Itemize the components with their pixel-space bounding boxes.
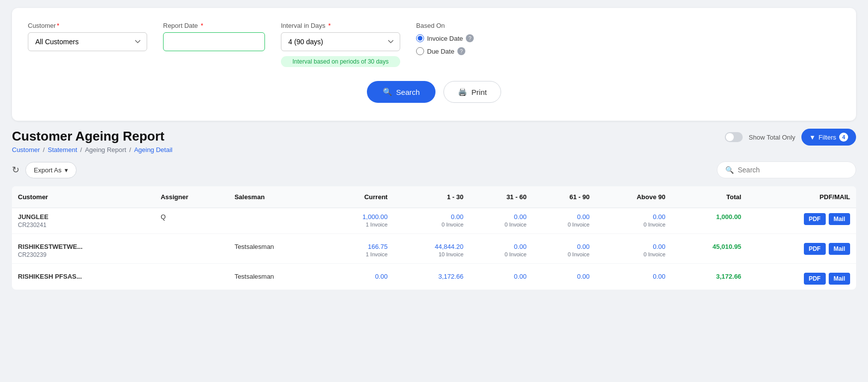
cell-above-90-1: 0.00 0 Invoice (596, 234, 672, 264)
total-amount-2: 3,172.66 (678, 273, 742, 280)
print-button[interactable]: 🖨️ Print (443, 81, 501, 103)
show-total-label: Show Total Only (749, 134, 795, 141)
interval-filter-group: Interval in Days * 4 (90 days) Interval … (281, 22, 400, 67)
customer-code-0: CR230241 (18, 222, 149, 229)
above-90-amount-2: 0.00 (602, 273, 666, 280)
total-amount-1: 45,010.95 (678, 243, 742, 250)
filters-button[interactable]: ▼ Filters 4 (801, 129, 856, 146)
cell-current-1: 166.75 1 Invoice (325, 234, 394, 264)
cell-total-1: 45,010.95 (672, 234, 748, 264)
61-90-amount-1: 0.00 (538, 243, 590, 250)
customer-filter-group: Customer* All Customers (28, 22, 147, 51)
cell-assigner-0: Q (155, 208, 228, 234)
above-90-invoice-1: 0 Invoice (602, 251, 666, 257)
customer-name-2: RISHIKESH PFSAS... (18, 273, 149, 280)
31-60-invoice-1: 0 Invoice (475, 251, 526, 257)
31-60-amount-2: 0.00 (475, 273, 526, 280)
cell-customer-0: JUNGLEE CR230241 (12, 208, 155, 234)
current-invoice-1: 1 Invoice (331, 251, 388, 257)
report-title-area: Customer Ageing Report Customer / Statem… (12, 129, 173, 153)
col-total: Total (672, 186, 748, 208)
export-button[interactable]: Export As ▾ (25, 162, 77, 178)
filter-panel: Customer* All Customers Report Date * 05… (12, 8, 856, 121)
above-90-amount-0: 0.00 (602, 213, 666, 221)
table-search-icon: 🔍 (725, 166, 734, 174)
show-total-toggle[interactable] (725, 132, 743, 142)
cell-1-30-2: 3,172.66 (394, 264, 470, 290)
col-61-90: 61 - 90 (532, 186, 596, 208)
filters-count-badge: 4 (839, 133, 848, 142)
above-90-invoice-0: 0 Invoice (602, 222, 666, 228)
col-assigner: Assigner (155, 186, 228, 208)
ageing-table: Customer Assigner Salesman Current 1 - 3… (12, 186, 856, 290)
breadcrumb-customer[interactable]: Customer (12, 146, 40, 153)
breadcrumb-statement[interactable]: Statement (48, 146, 77, 153)
1-30-amount-0: 0.00 (400, 213, 464, 221)
mail-button-0[interactable]: Mail (829, 213, 850, 225)
print-icon: 🖨️ (458, 87, 467, 96)
breadcrumb: Customer / Statement / Ageing Report / A… (12, 146, 173, 153)
report-title: Customer Ageing Report (12, 129, 173, 144)
cell-total-2: 3,172.66 (672, 264, 748, 290)
cell-customer-1: RISHIKESTWETWE... CR230239 (12, 234, 155, 264)
pdf-button-0[interactable]: PDF (804, 213, 826, 225)
cell-assigner-1 (155, 234, 228, 264)
col-1-30: 1 - 30 (394, 186, 470, 208)
customer-name-0: JUNGLEE (18, 213, 149, 221)
interval-select[interactable]: 4 (90 days) (281, 32, 400, 51)
61-90-amount-2: 0.00 (538, 273, 590, 280)
cell-pdf-mail-1: PDF Mail (747, 234, 856, 264)
due-date-help-icon[interactable]: ? (457, 47, 465, 55)
action-row: 🔍 Search 🖨️ Print (28, 81, 840, 103)
pdf-mail-wrap-1: PDF Mail (753, 243, 850, 255)
current-amount-0: 1,000.00 (331, 213, 388, 221)
cell-pdf-mail-2: PDF Mail (747, 264, 856, 290)
due-date-radio[interactable] (416, 47, 424, 55)
invoice-date-help-icon[interactable]: ? (466, 34, 474, 42)
pdf-button-2[interactable]: PDF (804, 273, 826, 285)
cell-customer-2: RISHIKESH PFSAS... (12, 264, 155, 290)
based-on-group: Based On Invoice Date ? Due Date ? (416, 22, 474, 55)
mail-button-2[interactable]: Mail (829, 273, 850, 285)
invoice-date-label: Invoice Date (427, 35, 463, 42)
col-salesman: Salesman (229, 186, 325, 208)
report-date-label: Report Date * (163, 22, 265, 29)
search-icon: 🔍 (383, 87, 392, 96)
filters-btn-label: Filters (819, 134, 836, 141)
invoice-date-radio[interactable] (416, 34, 424, 42)
toolbar-row: ↻ Export As ▾ 🔍 (12, 161, 856, 178)
breadcrumb-sep1: / (43, 146, 45, 153)
pdf-button-1[interactable]: PDF (804, 243, 826, 255)
cell-salesman-1: Testsalesman (229, 234, 325, 264)
table-search-input[interactable] (738, 166, 848, 174)
table-row: RISHIKESTWETWE... CR230239 Testsalesman … (12, 234, 856, 264)
customer-label: Customer* (28, 22, 147, 29)
report-controls: Show Total Only ▼ Filters 4 (725, 129, 856, 146)
breadcrumb-sep2: / (80, 146, 82, 153)
breadcrumb-ageing-detail[interactable]: Ageing Detail (134, 146, 173, 153)
toolbar-left: ↻ Export As ▾ (12, 162, 77, 178)
export-chevron-icon: ▾ (65, 166, 68, 174)
61-90-invoice-0: 0 Invoice (538, 222, 590, 228)
31-60-amount-1: 0.00 (475, 243, 526, 250)
breadcrumb-sep3: / (129, 146, 131, 153)
cell-assigner-2 (155, 264, 228, 290)
current-amount-2: 0.00 (331, 273, 388, 280)
1-30-invoice-1: 10 Invoice (400, 251, 464, 257)
cell-current-2: 0.00 (325, 264, 394, 290)
cell-salesman-0 (229, 208, 325, 234)
1-30-amount-2: 3,172.66 (400, 273, 464, 280)
col-31-60: 31 - 60 (469, 186, 532, 208)
due-date-radio-option: Due Date ? (416, 47, 474, 55)
interval-label: Interval in Days * (281, 22, 400, 29)
table-row: JUNGLEE CR230241 Q 1,000.00 1 Invoice 0.… (12, 208, 856, 234)
31-60-invoice-0: 0 Invoice (475, 222, 526, 228)
customer-select[interactable]: All Customers (28, 32, 147, 51)
based-on-label: Based On (416, 22, 474, 29)
col-customer: Customer (12, 186, 155, 208)
col-pdf-mail: PDF/MAIL (747, 186, 856, 208)
mail-button-1[interactable]: Mail (829, 243, 850, 255)
search-button[interactable]: 🔍 Search (367, 81, 436, 103)
refresh-button[interactable]: ↻ (12, 164, 19, 175)
report-date-input[interactable]: 05-12-2023 (163, 32, 265, 51)
